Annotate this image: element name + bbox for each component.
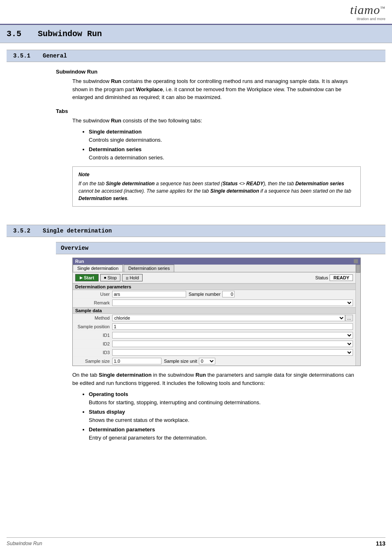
- sample-size-label: Sample size: [75, 359, 112, 364]
- note-text: If on the tab Single determination a seq…: [78, 180, 355, 202]
- section-3-5-2-title: Single determination: [43, 228, 112, 234]
- sample-size-row: Sample size Sample size unit 0: [73, 357, 355, 366]
- chapter-title-bar: 3.5 Subwindow Run: [0, 25, 392, 43]
- section-3-5-1-title: General: [43, 53, 67, 59]
- id1-row: ID1: [73, 331, 355, 340]
- id3-label: ID3: [75, 350, 112, 355]
- remark-select[interactable]: [112, 299, 353, 306]
- user-field-row: User Sample number: [73, 290, 355, 299]
- method-label: Method: [75, 315, 112, 320]
- sample-number-label: Sample number: [189, 292, 221, 297]
- status-area: Status READY: [315, 274, 353, 281]
- tab-determination-series: Determination series Controls a determin…: [89, 145, 361, 161]
- sample-position-row: Sample position: [73, 322, 355, 331]
- logo-tagline: titration and more: [357, 17, 385, 21]
- hold-button[interactable]: Hold: [122, 274, 143, 281]
- note-title: Note: [78, 171, 355, 178]
- tabs-intro: The subwindow Run consists of the two fo…: [7, 117, 385, 125]
- id1-select[interactable]: [112, 332, 353, 339]
- run-scrollbar[interactable]: [355, 265, 360, 366]
- function-determination-parameters: Determination parameters Entry of genera…: [89, 426, 361, 442]
- overview-bar: Overview: [56, 242, 385, 254]
- functions-list: Operating tools Buttons for starting, st…: [7, 390, 385, 442]
- sample-number-area: Sample number: [189, 291, 235, 297]
- section-3-5-2-body: On the tab Single determination in the s…: [7, 371, 385, 387]
- status-value: READY: [330, 274, 353, 281]
- chapter-title: Subwindow Run: [38, 29, 102, 39]
- id2-label: ID2: [75, 341, 112, 346]
- sample-position-label: Sample position: [75, 324, 112, 329]
- sample-size-unit-label: Sample size unit: [164, 359, 197, 364]
- run-widget-body: Single determination Determination serie…: [73, 265, 360, 366]
- run-widget-title-bar: Run: [73, 258, 360, 265]
- run-widget: Run Single determination Determination s…: [72, 258, 361, 366]
- id3-select[interactable]: [112, 349, 353, 356]
- run-scrollbar-thumb[interactable]: [356, 265, 360, 273]
- sample-size-unit-select[interactable]: 0: [199, 358, 215, 364]
- section-3-5-1-number: 3.5.1: [13, 53, 30, 59]
- page-header: tiamo™ titration and more: [0, 0, 392, 25]
- run-controls: Start Stop Hold Status READY: [73, 272, 355, 283]
- id2-row: ID2: [73, 340, 355, 348]
- run-widget-resize-button[interactable]: [354, 259, 358, 263]
- logo-tm: ™: [380, 5, 385, 11]
- logo-text: tiamo™: [350, 3, 385, 17]
- footer-left: Subwindow Run: [7, 541, 42, 546]
- status-label: Status: [315, 275, 328, 280]
- sample-size-unit-area: Sample size unit 0: [164, 358, 215, 364]
- method-select[interactable]: chloride: [112, 315, 345, 321]
- det-params-header: Determination parameters: [73, 283, 355, 290]
- chapter-number: 3.5: [7, 29, 21, 39]
- sample-size-input[interactable]: [112, 358, 161, 364]
- remark-label: Remark: [75, 300, 112, 305]
- tabs-subheading: Tabs: [7, 108, 385, 114]
- id1-label: ID1: [75, 333, 112, 338]
- subwindow-run-body: The subwindow Run contains the operating…: [7, 77, 385, 101]
- page-footer: Subwindow Run 113: [7, 537, 385, 547]
- run-widget-title-text: Run: [75, 259, 84, 264]
- user-label: User: [75, 292, 112, 297]
- sample-data-header: Sample data: [73, 307, 355, 314]
- run-tab-single[interactable]: Single determination: [73, 265, 123, 272]
- run-widget-content: Single determination Determination serie…: [73, 265, 355, 366]
- function-status-display: Status display Shows the current status …: [89, 408, 361, 424]
- run-tab-series[interactable]: Determination series: [124, 265, 174, 272]
- page-number: 113: [376, 540, 385, 547]
- remark-field-row: Remark: [73, 299, 355, 307]
- logo: tiamo™ titration and more: [350, 3, 385, 21]
- sample-number-input[interactable]: [222, 291, 235, 297]
- id3-row: ID3: [73, 348, 355, 357]
- function-operating-tools: Operating tools Buttons for starting, st…: [89, 390, 361, 406]
- method-field-row: Method chloride ...: [73, 314, 355, 322]
- section-3-5-2-header: 3.5.2 Single determination: [7, 225, 385, 237]
- stop-button[interactable]: Stop: [100, 274, 120, 281]
- subwindow-run-subheading: Subwindow Run: [7, 69, 385, 75]
- method-dots-button[interactable]: ...: [345, 315, 353, 321]
- tabs-list: Single determination Controls single det…: [7, 128, 385, 161]
- user-input[interactable]: [112, 291, 186, 297]
- sample-position-input[interactable]: [112, 323, 353, 330]
- note-box: Note If on the tab Single determination …: [72, 166, 361, 207]
- tab-single-determination: Single determination Controls single det…: [89, 128, 361, 144]
- section-3-5-2-number: 3.5.2: [13, 228, 30, 234]
- id2-select[interactable]: [112, 341, 353, 347]
- start-button[interactable]: Start: [75, 274, 99, 281]
- run-tabs: Single determination Determination serie…: [73, 265, 355, 272]
- section-3-5-1-header: 3.5.1 General: [7, 50, 385, 62]
